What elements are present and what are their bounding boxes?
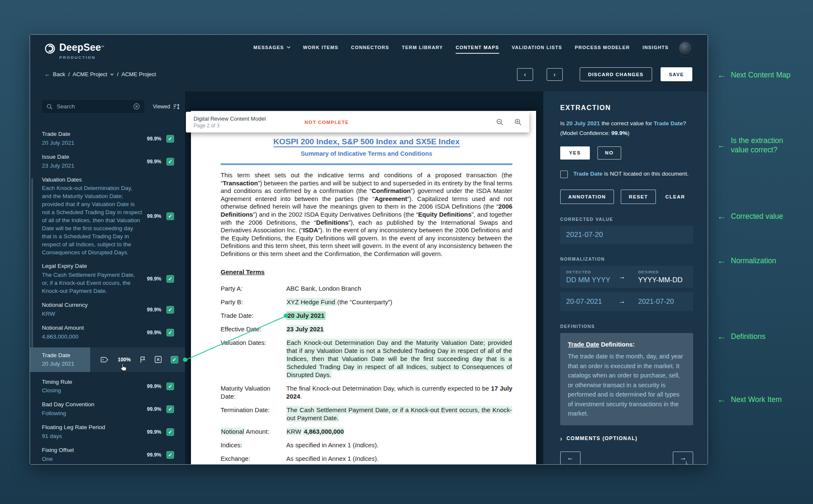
term-status: 99.9% ✓ <box>147 275 174 283</box>
term-text: Issue Date 23 July 2021 <box>42 153 143 170</box>
term-list-item[interactable]: Timing Rule Closing 99.9% ✓ <box>30 375 185 398</box>
prev-content-map-button[interactable]: ‹ <box>517 68 533 81</box>
previous-term-button[interactable]: ← <box>560 452 581 464</box>
remove-icon[interactable] <box>155 356 162 363</box>
term-row-value[interactable]: ABC Bank, London Branch <box>286 285 512 293</box>
term-text: Trade Date 20 July 2021 <box>42 130 143 147</box>
approved-checkbox[interactable]: ✓ <box>171 356 178 364</box>
term-row-value[interactable]: Each Knock-out Determination Day and the… <box>286 339 512 379</box>
nav-item[interactable]: VALIDATION LISTS <box>512 45 562 54</box>
term-list-item[interactable]: Notional Currency KRW 99.9% ✓ <box>30 298 185 321</box>
zoom-in-icon[interactable] <box>514 118 522 126</box>
breadcrumb-back[interactable]: Back <box>53 71 65 77</box>
model-confidence: (Model Confidence: 99.9%) <box>560 129 693 138</box>
term-title: Bad Day Convention <box>42 401 143 409</box>
app-header: DeepSee™ PRODUCTION MESSAGES WORK ITEMS <box>30 35 708 91</box>
term-row-label: Exchange: <box>221 455 286 463</box>
reset-button[interactable]: RESET <box>621 190 656 204</box>
nav-item[interactable]: CONNECTORS <box>351 45 389 54</box>
approved-checkbox[interactable]: ✓ <box>166 158 174 165</box>
term-row: Party A: ABC Bank, London Branch <box>221 285 512 293</box>
approved-checkbox[interactable]: ✓ <box>166 135 174 143</box>
search-input[interactable] <box>56 103 130 110</box>
term-value: 23 July 2021 <box>42 162 143 170</box>
definition-card: Trade Date Definitions: The trade date i… <box>560 333 693 425</box>
term-value: 20 July 2021 <box>42 360 87 368</box>
term-row-value[interactable]: The final Knock-out Determination Day, w… <box>286 385 512 401</box>
approved-checkbox[interactable]: ✓ <box>166 306 174 314</box>
term-list-item[interactable]: Fixing Offset One 99.9% ✓ <box>30 443 185 464</box>
user-avatar[interactable] <box>678 41 693 56</box>
term-list-item[interactable]: Floating Leg Rate Period 91 days 99.9% ✓ <box>30 421 185 443</box>
confidence-badge: 99.9% <box>147 330 161 336</box>
annotation-button[interactable]: ANNOTATION <box>560 190 614 204</box>
term-row-value[interactable]: 20 July 2021 <box>286 312 512 320</box>
terms-sidebar: Viewed Trade Date 20 July <box>30 91 185 464</box>
nav-item[interactable]: TERM LIBRARY <box>402 45 443 54</box>
nav-item-label: PROCESS MODELER <box>575 45 630 50</box>
term-status: 99.9% ✓ <box>147 212 174 220</box>
nav-item-label: WORK ITEMS <box>303 45 339 50</box>
nav-item[interactable]: WORK ITEMS <box>303 45 339 54</box>
clear-button[interactable]: CLEAR <box>665 194 685 199</box>
nav-item[interactable]: CONTENT MAPS <box>456 45 499 54</box>
term-row: Valuation Dates: Each Knock-out Determin… <box>221 339 512 379</box>
approved-checkbox[interactable]: ✓ <box>166 329 174 336</box>
next-content-map-button[interactable]: › <box>547 68 563 81</box>
zoom-level[interactable]: 100% <box>118 357 131 363</box>
approved-checkbox[interactable]: ✓ <box>166 405 174 413</box>
annotation-corrected-value: ← Corrected value <box>717 212 783 220</box>
term-list-item[interactable]: Bad Day Convention Following 99.9% ✓ <box>30 398 185 421</box>
corrected-value-input[interactable] <box>560 226 693 244</box>
term-row-value[interactable]: As specified in Annex 1 (Indices). <box>286 455 512 463</box>
nav-item[interactable]: MESSAGES <box>254 45 290 54</box>
term-list-item-selected[interactable]: Trade Date 20 July 2021 100% <box>30 347 185 372</box>
zoom-out-icon[interactable] <box>496 118 503 126</box>
chevron-down-icon[interactable] <box>110 73 114 76</box>
term-title: Trade Date <box>42 130 143 138</box>
flag-icon[interactable] <box>140 356 146 363</box>
nav-item-label: CONTENT MAPS <box>456 45 499 50</box>
nav-item[interactable]: PROCESS MODELER <box>575 45 630 54</box>
term-row-value[interactable]: XYZ Hedge Fund (the “Counterparty”) <box>286 298 512 306</box>
document-page: KOSPI 200 Index, S&P 500 Index and SX5E … <box>191 111 536 464</box>
tag-icon[interactable] <box>100 356 109 363</box>
term-list-item[interactable]: Notional Amount 4,863,000,000 99.9% ✓ <box>30 321 185 344</box>
yes-button[interactable]: YES <box>560 146 590 160</box>
term-list-item[interactable]: Trade Date 20 July 2021 99.9% ✓ <box>30 127 185 150</box>
term-row-value[interactable]: KRW 4,863,000,000 <box>286 428 512 436</box>
extraction-question: Is 20 July 2021 the correct value for Tr… <box>560 119 693 128</box>
discard-changes-button[interactable]: DISCARD CHANGES <box>580 67 652 81</box>
nav-item[interactable]: INSIGHTS <box>642 45 669 54</box>
confidence-badge: 99.9% <box>147 307 161 313</box>
save-button[interactable]: SAVE <box>661 67 692 81</box>
term-row: Notional Amount: KRW 4,863,000,000 <box>221 428 512 436</box>
term-list-item[interactable]: Issue Date 23 July 2021 99.9% ✓ <box>30 150 185 173</box>
viewed-filter[interactable]: Viewed <box>153 104 180 110</box>
breadcrumb: ← Back / ACME Project / ACME Project <box>44 71 156 77</box>
approved-checkbox[interactable]: ✓ <box>166 212 174 220</box>
approved-checkbox[interactable]: ✓ <box>166 428 174 436</box>
sidebar-scrollbar[interactable] <box>31 178 33 356</box>
term-row-value[interactable]: 23 July 2021 <box>286 325 512 333</box>
approved-checkbox[interactable]: ✓ <box>166 451 174 459</box>
not-located-checkbox[interactable] <box>560 171 568 178</box>
sort-icon[interactable] <box>173 104 180 110</box>
arrow-left-icon: ← <box>717 141 726 149</box>
approved-checkbox[interactable]: ✓ <box>166 275 174 283</box>
comments-toggle[interactable]: › COMMENTS (OPTIONAL) <box>560 435 693 442</box>
term-list-item[interactable]: Legal Expiry Date The Cash Settlement Pa… <box>30 259 185 298</box>
confirm-actions: YES NO <box>560 146 693 160</box>
term-row-label: Party B: <box>221 298 286 306</box>
approved-checkbox[interactable]: ✓ <box>166 383 174 390</box>
term-row-value[interactable]: The Cash Settlement Payment Date, or if … <box>286 406 512 422</box>
term-row-value[interactable]: As specified in Annex 1 (Indices). <box>286 441 512 449</box>
clear-search-icon[interactable] <box>133 103 140 110</box>
search-box[interactable] <box>42 100 144 113</box>
term-row: Party B: XYZ Hedge Fund (the “Counterpar… <box>221 298 512 306</box>
back-arrow-icon[interactable]: ← <box>44 71 50 77</box>
breadcrumb-project[interactable]: ACME Project <box>73 71 108 77</box>
term-list-item[interactable]: Valuation Dates Each Knock-out Determina… <box>30 173 185 260</box>
zoom-controls <box>496 118 522 126</box>
no-button[interactable]: NO <box>597 146 621 160</box>
